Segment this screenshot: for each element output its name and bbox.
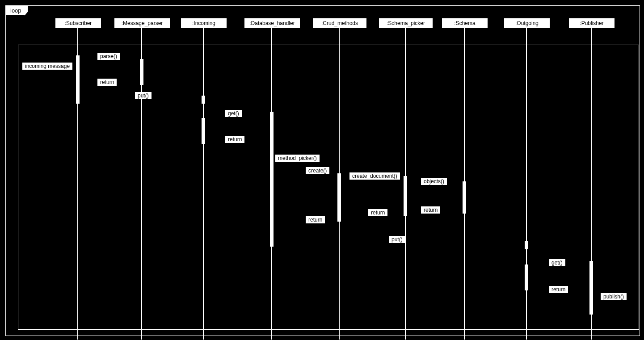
msg-return-1: return [97,79,117,86]
activation [270,112,274,247]
msg-get-2: get() [549,259,565,266]
participant-schema: :Schema [442,18,488,29]
msg-return-5: return [306,216,325,223]
participant-schema-picker: :Schema_picker [379,18,433,29]
activation [589,261,593,315]
inner-frame [18,45,639,330]
msg-parse: parse() [97,53,120,60]
activation [140,59,143,85]
participant-database-handler: :Database_handler [244,18,300,29]
activation [525,264,528,290]
activation [463,181,466,214]
activation [404,176,407,216]
msg-return-4: return [368,209,387,216]
activation [202,96,205,104]
msg-return-2: return [225,136,244,143]
msg-put-2: put() [389,236,405,243]
participant-crud-methods: :Crud_methods [312,18,367,29]
lifeline-incoming [203,28,204,340]
participant-publisher: :Publisher [568,18,615,29]
activation [76,55,80,104]
participant-incoming: :Incoming [181,18,227,29]
msg-incoming-message: incoming message [22,63,72,70]
msg-put-1: put() [135,92,152,99]
msg-create-document: create_document() [349,172,400,180]
participant-outgoing: :Outgoing [504,18,550,29]
activation [337,173,341,222]
msg-create: create() [306,167,329,174]
msg-return-3: return [421,206,440,214]
activation [202,118,205,144]
participant-message-parser: :Message_parser [114,18,170,29]
sequence-diagram: loop :Subscriber :Message_parser :Incomi… [0,0,644,340]
msg-return-6: return [549,286,568,293]
msg-publish: publish() [601,293,627,300]
activation [525,241,528,249]
participant-subscriber: :Subscriber [55,18,101,29]
msg-objects: objects() [421,178,447,185]
msg-method-picker: method_picker() [275,155,320,162]
msg-get-1: get() [225,110,242,117]
lifeline-outgoing [526,28,527,340]
